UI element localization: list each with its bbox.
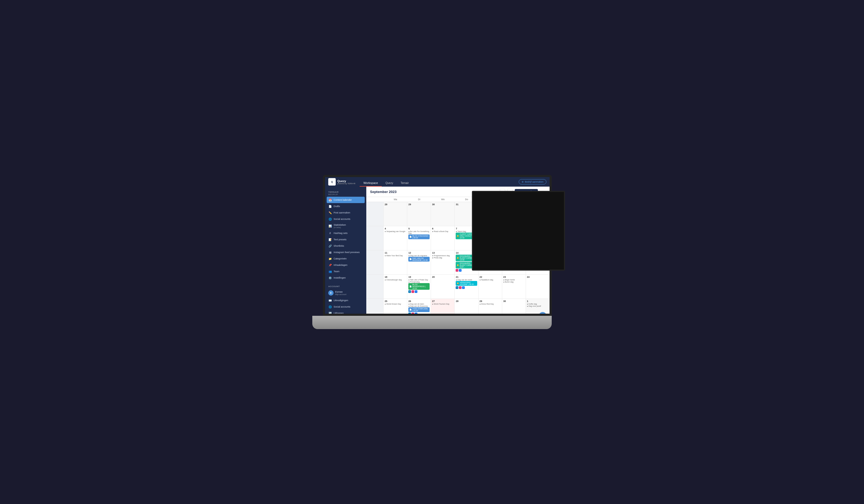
cal-cell-sep25[interactable]: 25 ● World Dream Day (384, 299, 407, 314)
second-laptop-screen (472, 191, 565, 271)
cal-week-4: 18 ● Cheeseburger dag 19 ● Talk Like a P… (366, 274, 550, 299)
cal-cell-sep19[interactable]: 19 ● Talk Like a Pirate Day ● Prinsjesda… (407, 274, 431, 298)
plus-icon: ⊕ (521, 181, 524, 183)
cal-cell-sep12[interactable]: 12 ● Dag van de migraine 📄 DAG VAN DE MI… (407, 250, 431, 274)
instagram-badge-26: I (411, 312, 414, 314)
cal-cell-sep11[interactable]: 11 ● Make Your Bed Day (384, 250, 407, 274)
sidebar-item-inhaakdagen[interactable]: 📌 Inhaakdagen (325, 262, 366, 268)
event-pill-migraine[interactable]: 📄 DAG VAN DE MIGRAINE | 10:30 (408, 257, 430, 261)
cal-cell-aug30[interactable]: 30 (431, 202, 455, 226)
sidebar-label-social-accounts: Social accounts (334, 218, 350, 220)
instagram-badge: I (456, 269, 458, 272)
logo-sub: powered by TERN+IR (337, 183, 356, 184)
sidebar-item-instagram-feed[interactable]: ▦ Instagram feed previews (325, 249, 366, 256)
sidebar-item-categorieen[interactable]: 📁 Categorieën (325, 256, 366, 262)
tab-workspace[interactable]: Workspace (360, 180, 382, 187)
instellingen-icon: ⚙️ (328, 276, 332, 280)
statistieken-icon: 📊 (328, 224, 332, 228)
create-company-label: Bedrijf aanmaken (525, 181, 543, 183)
bell-icon-2: 🔔 (457, 257, 459, 259)
cal-cell-sep29[interactable]: 29 ● Dress Red Day (479, 299, 502, 314)
top-nav: Q Quezy powered by TERN+IR Workspace Que… (325, 177, 550, 187)
tab-quezy[interactable]: Quezy (382, 180, 397, 187)
cal-cell-sep28[interactable]: 28 (455, 299, 478, 314)
bell-icon-4: 🔔 (457, 282, 459, 284)
sidebar-label-categorieen: Categorieën (334, 257, 347, 260)
facebook-badge-26: f (415, 312, 417, 314)
social-accounts-2-icon: 🌐 (328, 305, 332, 309)
logo-area: Q Quezy powered by TERN+IR (328, 178, 356, 186)
sidebar-label-inhaakdagen: Inhaakdagen (334, 264, 347, 266)
sidebar-item-statistieken[interactable]: 📊 Statistieken (in beta) (325, 222, 366, 230)
instagram-feed-icon: ▦ (328, 250, 332, 254)
sidebar-label-hashtag-sets: Hashtag sets (334, 232, 348, 234)
cal-cell-sep20[interactable]: 20 (431, 274, 455, 298)
event-pill-blog-wordpress[interactable]: 📄 BLOG WORDPRESS | 10:00 (408, 283, 430, 290)
account-area: E Esmee Mijn account (325, 289, 366, 297)
cal-cell-aug28[interactable]: 28 (384, 202, 407, 226)
uitnodigingen-icon: ✉️ (328, 298, 332, 302)
day-header-wo: Wo (431, 197, 455, 202)
statistieken-sub: (in beta) (334, 226, 346, 229)
sidebar-label-team: Team (334, 270, 339, 273)
sidebar-item-uitloggen[interactable]: ↩️ Uitloggen (325, 310, 366, 314)
post-aanmaken-icon: ✏️ (328, 211, 332, 214)
sidebar-item-hashtag-sets[interactable]: # Hashtag sets (325, 230, 366, 236)
sidebar-label-uitnodigingen: Uitnodigingen (334, 299, 348, 302)
linkedin-badge-26: in (408, 312, 411, 314)
calendar-icon: 📅 (328, 198, 332, 202)
account-info: Esmee Mijn account (335, 291, 346, 296)
tab-ternair[interactable]: Ternair (397, 180, 412, 187)
cal-cell-sep21[interactable]: 21 ● Dag van de vrede 🔔 VERASSING VOORAF… (455, 274, 478, 298)
team-icon: 👥 (328, 270, 332, 273)
cal-cell-sep18[interactable]: 18 ● Cheeseburger dag (384, 274, 407, 298)
sidebar-item-instellingen[interactable]: ⚙️ Instellingen (325, 274, 366, 281)
laptop-wrapper: Q Quezy powered by TERN+IR Workspace Que… (312, 175, 552, 329)
sidebar-label-shortlinks: Shortlinks (334, 245, 344, 247)
cal-cell-sep22[interactable]: 22 ● Naaldkom dag (479, 274, 502, 298)
facebook-badge: f (459, 269, 461, 272)
linkedin-badge-19: in (408, 290, 411, 293)
social-icons-26: in I f (408, 312, 430, 314)
day-header-di: Di (407, 197, 431, 202)
cal-cell-sep6[interactable]: 6 ● Read a Book Day (431, 226, 455, 250)
pill-doc-icon-6: 📄 (409, 309, 412, 311)
cal-cell-oct1[interactable]: 1 ● Koffie dag ● Dag voor jezelf (526, 299, 550, 314)
pill-doc-icon-4: 📄 (409, 258, 412, 260)
sidebar-item-post-aanmaken[interactable]: ✏️ Post aanmaken (325, 209, 366, 216)
cal-cell-sep30[interactable]: 30 (502, 299, 526, 314)
sidebar-item-text-presets[interactable]: 📝 Text presets (325, 236, 366, 243)
sidebar-label-social-accounts-2: Social accounts (334, 305, 350, 308)
event-pill-yves[interactable]: 📄 YVES STARCARE | 10:30 (408, 307, 430, 312)
calendar-title: September 2023 (370, 190, 397, 194)
sidebar-item-drafts[interactable]: 📄 Drafts (325, 203, 366, 209)
sidebar-item-social-accounts[interactable]: 🌐 Social accounts (325, 216, 366, 222)
inhaakdagen-icon: 📌 (328, 263, 332, 267)
sidebar: TERNAIRBEDRIJF 📅 Content kalender 📄 Draf… (325, 187, 366, 314)
cal-week-5: 25 ● World Dream Day 26 ● Dag van de tal… (366, 299, 550, 314)
sidebar-item-social-accounts-2[interactable]: 🌐 Social accounts (325, 304, 366, 310)
sidebar-item-team[interactable]: 👥 Team (325, 268, 366, 274)
hashtag-icon: # (328, 231, 332, 235)
week-label-38 (366, 274, 384, 298)
event-pill-verassing[interactable]: 🔔 VERASSING VOORAF | 09:30 (456, 281, 477, 286)
instagram-badge-21: I (459, 286, 461, 289)
uitloggen-icon: ↩️ (328, 311, 332, 314)
cal-cell-sep26[interactable]: 26 ● Dag van de talen ● Dag van de thuis… (407, 299, 431, 314)
logo-text: Quezy (337, 180, 356, 183)
cal-cell-sep23[interactable]: 23 ● Begin herfst ● Buren dag (502, 274, 526, 298)
sidebar-item-content-kalender[interactable]: 📅 Content kalender (327, 197, 365, 203)
cal-cell-aug29[interactable]: 29 (407, 202, 431, 226)
event-pill-blog-stackanic[interactable]: 📄 BLOG STACKANIC | 09:00 (408, 234, 430, 239)
sidebar-label-uitloggen: Uitloggen (334, 312, 344, 314)
account-section-label: ACCOUNT (325, 283, 366, 289)
sidebar-item-uitnodigingen[interactable]: ✉️ Uitnodigingen (325, 297, 366, 304)
logo-text-area: Quezy powered by TERN+IR (337, 180, 356, 184)
cal-cell-sep27[interactable]: 27 ● World Tourism Day (431, 299, 455, 314)
cal-cell-sep4[interactable]: 4 ● Verjaardag van Google (384, 226, 407, 250)
cal-cell-sep5[interactable]: 5 ● Be Late For Something Day 📄 BLOG STA… (407, 226, 431, 250)
cal-cell-sep24[interactable]: 24 (526, 274, 550, 298)
cal-cell-sep13[interactable]: 13 ● Programmeurs dag ● Pinda dag (431, 250, 455, 274)
sidebar-item-shortlinks[interactable]: 🔗 Shortlinks (325, 243, 366, 249)
create-company-button[interactable]: ⊕ Bedrijf aanmaken (519, 179, 547, 184)
